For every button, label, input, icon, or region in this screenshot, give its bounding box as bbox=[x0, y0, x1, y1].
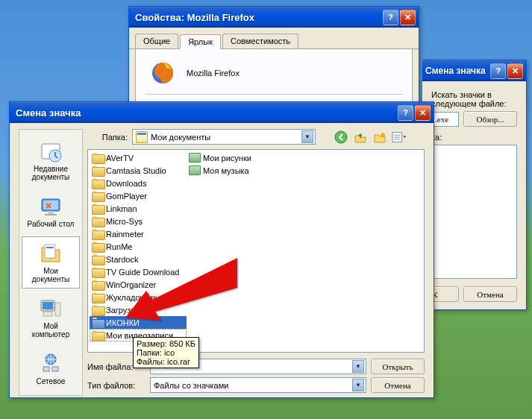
list-item[interactable]: GomPlayer bbox=[90, 189, 187, 202]
cancel-button[interactable]: Отмена bbox=[463, 286, 517, 302]
folder-combo-value: Мои документы bbox=[151, 133, 210, 142]
list-item-label: Stardock bbox=[106, 255, 138, 264]
close-button[interactable]: ✕ bbox=[400, 10, 416, 25]
list-item-label: Моя музыка bbox=[203, 166, 249, 175]
filetype-label: Тип файлов: bbox=[87, 381, 145, 390]
folder-icon bbox=[92, 267, 104, 277]
tab-general[interactable]: Общие bbox=[135, 34, 178, 48]
list-item[interactable]: Linkman bbox=[90, 202, 187, 215]
folder-label: Папка: bbox=[87, 133, 128, 142]
list-item[interactable]: Downloads bbox=[90, 177, 187, 189]
change-icon-bg-title: Смена значка bbox=[425, 66, 489, 76]
list-item-label: ИКОНКИ bbox=[106, 318, 140, 327]
change-icon-bg-window: Смена значка ? ✕ Искать значки в следующ… bbox=[422, 60, 527, 310]
list-item[interactable]: Жукладочник bbox=[90, 291, 187, 303]
search-label: Искать значки в следующем файле: bbox=[431, 90, 517, 108]
list-item-label: Linkman bbox=[106, 204, 137, 213]
help-button[interactable]: ? bbox=[398, 105, 413, 121]
desktop-icon bbox=[39, 195, 63, 218]
list-item-label: Жукладочник bbox=[106, 293, 157, 302]
svg-rect-15 bbox=[52, 367, 58, 371]
svg-rect-6 bbox=[45, 214, 57, 215]
svg-rect-10 bbox=[43, 302, 53, 309]
chevron-down-icon[interactable]: ▼ bbox=[352, 379, 364, 391]
list-item-label: WinOrganizer bbox=[106, 280, 156, 289]
list-item[interactable]: WinOrganizer bbox=[90, 278, 187, 291]
close-button[interactable]: ✕ bbox=[507, 63, 523, 79]
filetype-value: Файлы со значками bbox=[154, 381, 228, 390]
list-label: ка: bbox=[431, 133, 517, 142]
list-item[interactable]: Моя музыка bbox=[187, 164, 284, 177]
new-folder-button[interactable] bbox=[372, 130, 387, 145]
properties-title: Свойства: Mozilla Firefox bbox=[135, 12, 381, 23]
list-item-label: Rainmeter bbox=[106, 230, 144, 239]
list-item-label: Мои рисунки bbox=[203, 154, 251, 163]
list-item[interactable]: Загрузки bbox=[90, 303, 187, 316]
place-recent[interactable]: Недавние документы bbox=[22, 134, 80, 186]
place-desktop[interactable]: Рабочий стол bbox=[22, 189, 80, 233]
list-item[interactable]: Мои рисунки bbox=[187, 151, 284, 164]
svg-rect-5 bbox=[48, 211, 54, 214]
icon-list[interactable] bbox=[431, 145, 517, 279]
chevron-down-icon[interactable]: ▼ bbox=[301, 130, 313, 143]
folder-icon bbox=[92, 204, 104, 213]
back-button[interactable] bbox=[334, 130, 348, 145]
change-icon-bg-titlebar: Смена значка ? ✕ bbox=[422, 60, 526, 81]
list-item[interactable]: Rainmeter bbox=[90, 227, 187, 240]
close-button[interactable]: ✕ bbox=[415, 105, 431, 121]
help-button[interactable]: ? bbox=[490, 63, 506, 79]
folder-icon bbox=[92, 191, 104, 201]
list-item-label: TV Guide Download bbox=[106, 268, 179, 277]
place-computer[interactable]: Мой компьютер bbox=[22, 292, 80, 344]
folder-icon bbox=[92, 153, 104, 163]
svg-rect-8 bbox=[46, 247, 54, 248]
folder-icon bbox=[92, 178, 104, 188]
list-item[interactable]: TV Guide Download bbox=[90, 265, 187, 278]
list-item-label: AVerTV bbox=[106, 154, 134, 163]
tab-shortcut[interactable]: Ярлык bbox=[180, 34, 221, 49]
help-button[interactable]: ? bbox=[383, 10, 398, 25]
properties-body: Mozilla Firefox bbox=[135, 49, 413, 104]
tab-row: Общие Ярлык Совместимость bbox=[129, 28, 419, 49]
filetype-combo[interactable]: Файлы со значками ▼ bbox=[150, 377, 366, 393]
folder-icon bbox=[92, 242, 104, 251]
list-item[interactable]: RunMe bbox=[90, 240, 187, 253]
browse-button[interactable]: Обзор... bbox=[463, 111, 517, 127]
folder-icon bbox=[92, 254, 104, 264]
views-button[interactable] bbox=[392, 130, 407, 145]
svg-rect-4 bbox=[43, 201, 58, 210]
recent-icon bbox=[39, 139, 63, 163]
file-list[interactable]: AVerTVCamtasia StudioDownloadsGomPlayerL… bbox=[87, 149, 425, 353]
folder-icon bbox=[92, 280, 104, 289]
network-icon bbox=[39, 352, 63, 376]
properties-titlebar: Свойства: Mozilla Firefox ? ✕ bbox=[129, 7, 419, 28]
folder-icon bbox=[92, 166, 104, 175]
open-dialog-window: Смена значка ? ✕ Недавние документы Рабо… bbox=[9, 101, 434, 398]
list-item-label: Micro-Sys bbox=[106, 217, 143, 226]
list-item-label: Загрузки bbox=[106, 306, 139, 315]
toolbar: Папка: Мои документы ▼ bbox=[87, 129, 425, 145]
list-item[interactable]: Micro-Sys bbox=[90, 215, 187, 227]
folder-icon bbox=[92, 318, 104, 327]
list-item[interactable]: AVerTV bbox=[90, 151, 187, 164]
app-name-label: Mozilla Firefox bbox=[187, 69, 240, 78]
icon-path-input[interactable] bbox=[431, 112, 459, 127]
firefox-icon bbox=[151, 61, 175, 85]
list-item[interactable]: Stardock bbox=[90, 253, 187, 265]
up-button[interactable] bbox=[353, 130, 368, 145]
tooltip: Размер: 850 КБ Папки: ico Файлы: ico.rar bbox=[133, 337, 199, 368]
folder-combo[interactable]: Мои документы ▼ bbox=[132, 129, 316, 145]
open-button[interactable]: Открыть bbox=[371, 359, 425, 374]
list-item[interactable]: Camtasia Studio bbox=[90, 164, 187, 177]
tab-compat[interactable]: Совместимость bbox=[222, 34, 298, 48]
chevron-down-icon[interactable]: ▼ bbox=[352, 360, 364, 373]
computer-icon bbox=[39, 297, 63, 321]
svg-rect-7 bbox=[45, 245, 55, 258]
svg-point-16 bbox=[335, 131, 347, 143]
list-item[interactable]: ИКОНКИ bbox=[90, 316, 187, 329]
place-mydocs[interactable]: Мои документы bbox=[22, 236, 80, 289]
folder-icon bbox=[92, 216, 104, 226]
change-icon-bg-body: Искать значки в следующем файле: Обзор..… bbox=[422, 81, 526, 311]
place-network[interactable]: Сетевое bbox=[22, 347, 80, 391]
cancel-button[interactable]: Отмена bbox=[371, 377, 425, 393]
